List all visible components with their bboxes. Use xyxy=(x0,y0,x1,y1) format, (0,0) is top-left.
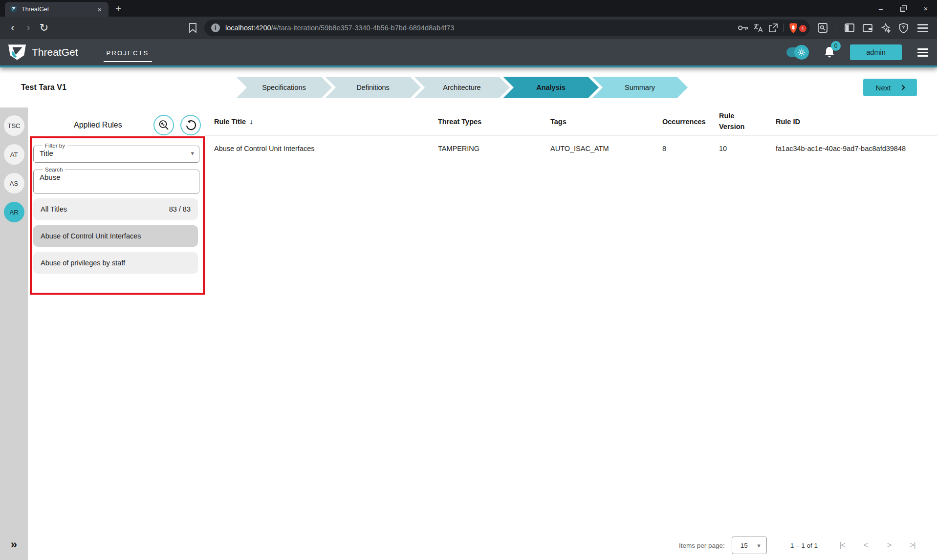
pagination-controls: |< < > >| xyxy=(830,541,924,550)
search-tabs-icon[interactable] xyxy=(818,23,828,33)
list-item[interactable]: Abuse of Control Unit Interfaces xyxy=(33,225,198,247)
sort-desc-icon[interactable]: ↓ xyxy=(249,117,253,126)
vpn-shield-icon[interactable] xyxy=(899,23,908,33)
filter-by-label: Filter by xyxy=(43,143,67,149)
translate-icon[interactable] xyxy=(754,23,763,32)
cell-tags: AUTO_ISAC_ATM xyxy=(550,145,662,152)
header-right: 0 admin xyxy=(786,44,929,60)
threatget-logo-icon[interactable] xyxy=(8,44,26,61)
tab-close-icon[interactable]: × xyxy=(95,6,104,13)
password-key-icon[interactable] xyxy=(738,24,748,31)
column-header-tags: Tags xyxy=(550,118,662,126)
browser-tab-bar: ThreatGet × + – × xyxy=(0,0,937,17)
previous-page-icon[interactable]: < xyxy=(854,541,877,550)
applied-rules-panel: Applied Rules Filter by Title ▾ Search xyxy=(28,108,205,560)
column-header-threat-types: Threat Types xyxy=(438,118,550,126)
extension-badge: 1 xyxy=(799,25,806,32)
window-restore-button[interactable] xyxy=(892,0,915,17)
expand-panel-icon[interactable]: » xyxy=(11,538,17,550)
all-titles-label: All Titles xyxy=(41,205,67,213)
search-value: Abuse xyxy=(40,173,61,181)
reload-icon[interactable]: ↻ xyxy=(36,20,52,36)
avatar-at[interactable]: AT xyxy=(4,144,24,165)
notifications-button[interactable]: 0 xyxy=(824,46,835,59)
step-summary[interactable]: Summary xyxy=(592,77,688,98)
table-header-row: Rule Title ↓ Threat Types Tags Occurrenc… xyxy=(205,108,937,136)
cell-rule-title: Abuse of Control Unit Interfaces xyxy=(214,145,438,152)
app-header: ThreatGet PROJECTS 0 admin xyxy=(0,39,937,67)
brand-name: ThreatGet xyxy=(32,46,78,58)
app-menu-icon[interactable] xyxy=(916,46,929,59)
search-field[interactable]: Search Abuse xyxy=(33,167,199,194)
window-minimize-button[interactable]: – xyxy=(870,0,892,17)
column-header-rule-version: Rule Version xyxy=(719,111,749,132)
rules-table-area: Rule Title ↓ Threat Types Tags Occurrenc… xyxy=(205,108,937,560)
bookmark-icon[interactable] xyxy=(185,20,200,36)
nav-projects-tab[interactable]: PROJECTS xyxy=(104,43,152,62)
toolbar-divider xyxy=(783,23,784,32)
applied-rules-header: Applied Rules xyxy=(28,108,205,143)
next-button[interactable]: Next xyxy=(863,79,917,96)
app-body: TSC AT AS AR » Applied Rules Filter by T… xyxy=(0,108,937,560)
dropdown-caret-icon: ▾ xyxy=(757,542,761,549)
step-analysis[interactable]: Analysis xyxy=(503,77,599,98)
items-per-page-select[interactable]: 15 ▾ xyxy=(732,537,767,554)
search-label: Search xyxy=(43,167,65,172)
sidebar-toggle-icon[interactable] xyxy=(845,23,854,32)
search-wave-icon xyxy=(158,119,170,131)
address-bar[interactable]: i localhost:4200/#/tara-iteration/59b8e3… xyxy=(204,20,810,36)
leo-ai-sparkle-icon[interactable] xyxy=(881,23,891,33)
cell-rule-version: 10 xyxy=(719,145,776,152)
first-page-icon[interactable]: |< xyxy=(830,541,854,550)
admin-user-button[interactable]: admin xyxy=(850,44,902,60)
avatar-tsc[interactable]: TSC xyxy=(4,115,24,136)
rule-title-header-label: Rule Title xyxy=(214,118,246,126)
list-item-label: Abuse of Control Unit Interfaces xyxy=(41,232,141,240)
back-icon[interactable]: ‹ xyxy=(5,20,21,36)
avatar-rail: TSC AT AS AR » xyxy=(0,108,28,560)
forward-icon[interactable]: › xyxy=(21,20,36,36)
step-specifications[interactable]: Specifications xyxy=(236,77,332,98)
chevron-right-icon xyxy=(900,85,905,90)
list-item[interactable]: Abuse of privileges by staff xyxy=(33,252,198,274)
notification-count-badge: 0 xyxy=(831,41,841,51)
theme-toggle[interactable] xyxy=(786,47,806,57)
project-title: Test Tara V1 xyxy=(21,83,66,92)
pagination-bar: Items per page: 15 ▾ 1 – 1 of 1 |< < > >… xyxy=(679,537,924,554)
window-close-button[interactable]: × xyxy=(915,0,937,17)
share-icon[interactable] xyxy=(769,23,778,32)
site-info-icon[interactable]: i xyxy=(211,23,220,32)
browser-menu-icon[interactable] xyxy=(916,22,929,34)
all-titles-count: 83 / 83 xyxy=(169,205,191,213)
browser-tab[interactable]: ThreatGet × xyxy=(5,2,109,17)
wallet-icon[interactable] xyxy=(863,24,872,32)
avatar-ar[interactable]: AR xyxy=(4,202,24,222)
last-page-icon[interactable]: >| xyxy=(901,541,924,550)
tab-title: ThreatGet xyxy=(22,6,91,13)
tab-favicon-icon xyxy=(10,5,18,13)
items-per-page-label: Items per page: xyxy=(679,542,725,549)
applied-rules-title: Applied Rules xyxy=(74,121,122,129)
toolbar-divider xyxy=(836,23,836,32)
workflow-steps: Specifications Definitions Architecture … xyxy=(236,77,688,98)
browser-nav-bar: ‹ › ↻ i localhost:4200/#/tara-iteration/… xyxy=(0,17,937,39)
cell-occurrences: 8 xyxy=(662,145,719,152)
sun-icon xyxy=(794,45,809,60)
analyze-search-button[interactable] xyxy=(153,115,174,135)
table-row[interactable]: Abuse of Control Unit Interfaces TAMPERI… xyxy=(205,136,937,161)
url-host: localhost:4200 xyxy=(225,24,271,32)
column-header-occurrences: Occurrences xyxy=(662,118,719,126)
refresh-button[interactable] xyxy=(180,115,201,135)
step-architecture[interactable]: Architecture xyxy=(414,77,510,98)
filter-by-field[interactable]: Filter by Title ▾ xyxy=(33,143,199,163)
cell-threat-types: TAMPERING xyxy=(438,145,550,152)
all-titles-item[interactable]: All Titles 83 / 83 xyxy=(33,198,198,220)
next-page-icon[interactable]: > xyxy=(877,541,901,550)
step-definitions[interactable]: Definitions xyxy=(325,77,421,98)
column-header-rule-title[interactable]: Rule Title ↓ xyxy=(214,117,438,126)
avatar-as[interactable]: AS xyxy=(4,173,24,194)
new-tab-button[interactable]: + xyxy=(115,3,121,15)
brave-shields-icon[interactable] xyxy=(789,23,798,33)
rule-title-list: All Titles 83 / 83 Abuse of Control Unit… xyxy=(33,198,198,274)
dropdown-caret-icon[interactable]: ▾ xyxy=(191,150,194,157)
